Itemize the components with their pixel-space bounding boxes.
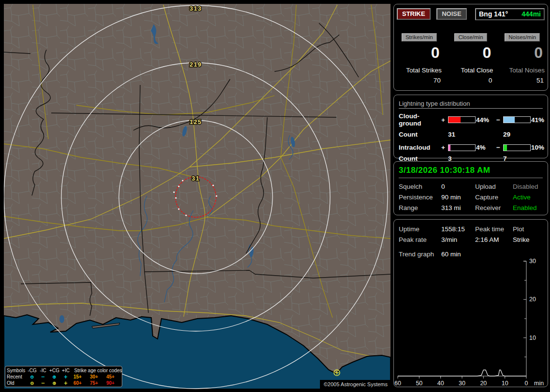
cg-positive-bar xyxy=(448,116,476,123)
legend-symbols-header: Symbols xyxy=(7,367,26,374)
lightning-map[interactable]: 313 219 125 31 Symbols -CG -IC +CG +IC R… xyxy=(4,4,391,389)
cloud-ground-label: Cloud-ground xyxy=(399,112,441,127)
close-per-min-value: 0 xyxy=(449,45,493,60)
svg-text:60: 60 xyxy=(394,380,401,387)
peak-time-value: 2:16 AM xyxy=(475,236,513,243)
svg-text:20: 20 xyxy=(480,380,487,387)
cg-positive-pct: 44% xyxy=(476,116,496,124)
total-close-value: 0 xyxy=(449,77,493,84)
recent-neg-cg-icon: ⊖ xyxy=(26,374,38,380)
strikes-counter: Strikes/min 0 Total Strikes 70 xyxy=(397,32,442,84)
recent-pos-cg-icon: ⊕ xyxy=(48,374,61,380)
trend-chart: 6050403020100min102030 xyxy=(394,220,548,387)
ic-positive-pct: 4% xyxy=(476,144,496,151)
legend-old-label: Old xyxy=(7,380,26,386)
legend-col-pos-cg: +CG xyxy=(48,367,61,374)
range-value: 313 mi xyxy=(441,204,475,211)
receiver-label: Receiver xyxy=(475,204,513,211)
plot-label: Plot xyxy=(513,225,548,233)
stormvue-app: 313 219 125 31 Symbols -CG -IC +CG +IC R… xyxy=(0,0,550,392)
strike-mode-button[interactable]: STRIKE xyxy=(397,8,431,20)
ic-negative-pct: 10% xyxy=(531,144,548,151)
legend-recent-label: Recent xyxy=(7,374,26,380)
plus-sign: + xyxy=(441,144,448,151)
cg-negative-bar xyxy=(503,116,531,123)
close-counter: Close/min 0 Total Close 0 xyxy=(449,32,493,84)
legend-age-header: Strike age color codes xyxy=(73,367,123,374)
trend-graph-label: Trend graph xyxy=(399,251,441,258)
counter-panel: STRIKE NOISE Bng 141° 444mi Strikes/min … xyxy=(393,4,548,91)
ring-label-219: 219 xyxy=(189,61,202,68)
bearing-distance: 444mi xyxy=(521,10,541,18)
ring-label-125: 125 xyxy=(189,119,202,126)
total-strikes-value: 70 xyxy=(397,77,442,84)
total-noises-label: Total Noises xyxy=(500,67,545,74)
recent-neg-ic-icon: − xyxy=(38,374,48,380)
squelch-label: Squelch xyxy=(399,183,441,190)
recent-pos-ic-icon: + xyxy=(61,374,71,380)
peak-rate-label: Peak rate xyxy=(399,236,441,243)
total-strikes-label: Total Strikes xyxy=(397,67,442,74)
svg-text:20: 20 xyxy=(529,296,536,303)
close-per-min-button[interactable]: Close/min xyxy=(454,33,487,42)
noise-mode-button[interactable]: NOISE xyxy=(436,8,466,20)
total-noises-value: 51 xyxy=(500,77,545,84)
count-label: Count xyxy=(399,131,441,138)
plot-value: Strike xyxy=(513,236,548,243)
persistence-label: Persistence xyxy=(399,194,441,201)
old-neg-cg-icon: ⊖ xyxy=(26,380,38,386)
strikes-per-min-button[interactable]: Strikes/min xyxy=(402,33,437,42)
intracloud-row: Intracloud + 4% − 10% xyxy=(394,144,548,151)
old-pos-ic-icon: + xyxy=(61,380,71,386)
upload-label: Upload xyxy=(475,183,513,190)
copyright-label: ©2005 Astrogenic Systems xyxy=(320,380,391,389)
peak-rate-value: 3/min xyxy=(441,236,475,243)
ring-label-313: 313 xyxy=(189,5,202,12)
noises-per-min-value: 0 xyxy=(500,45,545,60)
intracloud-label: Intracloud xyxy=(399,144,441,151)
map-canvas: 313 219 125 31 xyxy=(4,4,391,389)
persistence-value: 90 min xyxy=(441,194,475,201)
old-neg-ic-icon: − xyxy=(38,380,48,386)
old-pos-cg-icon: ⊕ xyxy=(48,380,61,386)
svg-text:30: 30 xyxy=(459,380,465,387)
uptime-label: Uptime xyxy=(399,225,441,233)
svg-text:50: 50 xyxy=(416,380,422,387)
squelch-value: 0 xyxy=(441,183,475,190)
trend-panel: Uptime 1558:15 Peak time Plot Peak rate … xyxy=(393,219,548,387)
svg-text:min: min xyxy=(534,380,544,387)
cloud-ground-row: Cloud-ground + 44% − 41% xyxy=(394,112,548,127)
cg-negative-count: 29 xyxy=(503,131,531,138)
distribution-title: Lightning type distribution xyxy=(399,100,543,109)
minus-sign: − xyxy=(496,144,503,151)
ring-label-31: 31 xyxy=(192,175,200,182)
strikes-per-min-value: 0 xyxy=(397,45,442,60)
ic-negative-bar xyxy=(503,144,531,151)
noises-per-min-button[interactable]: Noises/min xyxy=(505,33,540,42)
uptime-value: 1558:15 xyxy=(441,225,475,233)
capture-label: Capture xyxy=(475,194,513,201)
cloud-ground-count-row: Count 31 29 xyxy=(394,131,548,138)
ic-positive-bar xyxy=(448,144,476,151)
age-75: 75+ xyxy=(90,380,106,386)
upload-status: Disabled xyxy=(513,183,548,190)
trend-window-value: 60 min xyxy=(441,251,548,258)
svg-text:0: 0 xyxy=(525,380,528,387)
legend-col-neg-cg: -CG xyxy=(26,367,38,374)
total-close-label: Total Close xyxy=(449,67,493,74)
peak-time-label: Peak time xyxy=(475,225,513,233)
age-30: 30+ xyxy=(90,374,106,380)
legend-col-neg-ic: -IC xyxy=(38,367,48,374)
svg-text:30: 30 xyxy=(529,258,536,265)
legend-col-pos-ic: +IC xyxy=(61,367,71,374)
datetime-display: 3/18/2026 10:30:18 AM xyxy=(399,166,543,178)
bearing-display: Bng 141° 444mi xyxy=(475,8,545,20)
svg-text:10: 10 xyxy=(502,380,508,387)
age-60: 60+ xyxy=(73,380,90,386)
minus-sign: − xyxy=(496,116,503,124)
plus-sign: + xyxy=(441,116,448,124)
svg-text:10: 10 xyxy=(529,335,536,341)
map-legend: Symbols -CG -IC +CG +IC Recent ⊖ − ⊕ + O… xyxy=(5,366,122,387)
cg-positive-count: 31 xyxy=(448,131,476,138)
svg-text:40: 40 xyxy=(437,380,444,387)
